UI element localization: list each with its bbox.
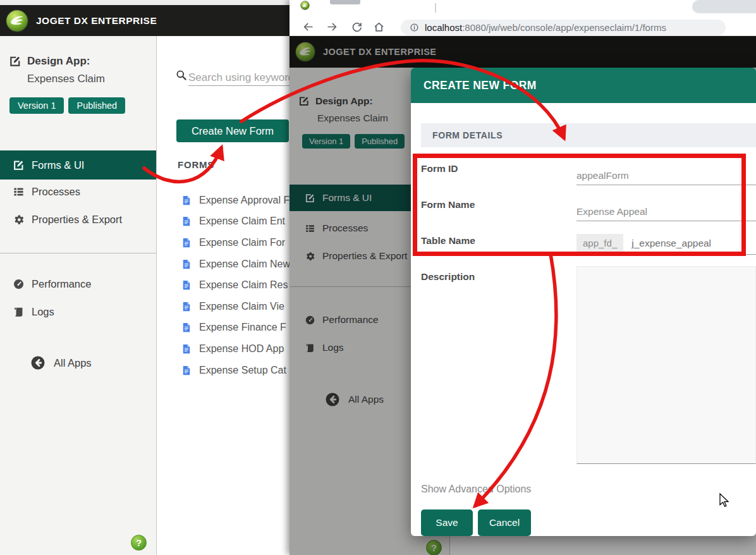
list-item-form[interactable]: Expense Approval F bbox=[181, 190, 290, 211]
list-item-form[interactable]: Expense Claim Vie bbox=[181, 296, 290, 317]
url-text: localhost:8080/jw/web/console/app/expens… bbox=[425, 22, 666, 33]
table-name-prefix: app_fd_ bbox=[576, 234, 623, 252]
document-icon bbox=[181, 365, 192, 376]
sidebar-item-properties-export[interactable]: Properties & Export bbox=[0, 205, 156, 234]
published-badge: Published bbox=[68, 97, 125, 114]
form-name-input[interactable] bbox=[576, 196, 756, 221]
joget-logo-icon bbox=[5, 9, 29, 33]
table-name-label: Table Name bbox=[421, 235, 475, 247]
edit-icon bbox=[13, 159, 25, 171]
badge-row: Version 1 Published bbox=[9, 97, 125, 114]
form-name-label: Expense Claim Vie bbox=[199, 301, 284, 312]
sidebar-item-label: Performance bbox=[32, 278, 91, 290]
edit-icon bbox=[9, 55, 21, 68]
document-icon bbox=[181, 343, 192, 355]
form-name-label: Expense Claim Ent bbox=[199, 216, 285, 227]
document-icon bbox=[181, 237, 192, 248]
form-name-label: Expense HOD App bbox=[199, 343, 284, 355]
form-id-input[interactable] bbox=[576, 160, 756, 185]
list-item-form[interactable]: Expense Claim Res bbox=[181, 274, 290, 296]
list-item-form[interactable]: Expense Claim New bbox=[181, 253, 290, 275]
form-name-label: Expense Claim New bbox=[199, 259, 290, 270]
form-name-label: Expense Setup Cat bbox=[199, 365, 286, 376]
list-item-form[interactable]: Expense HOD App bbox=[181, 338, 290, 360]
create-new-form-button[interactable]: Create New Form bbox=[176, 119, 289, 142]
description-label: Description bbox=[421, 271, 475, 283]
sidebar: Design App: Expenses Claim Version 1 Pub… bbox=[0, 36, 157, 555]
list-item-form[interactable]: Expense Finance F bbox=[181, 317, 290, 339]
design-app-label: Design App: bbox=[27, 55, 90, 68]
arrow-left-circle-icon bbox=[30, 355, 46, 370]
form-id-label: Form ID bbox=[421, 163, 458, 174]
design-app-row: Design App: bbox=[9, 55, 90, 68]
sidebar-item-label: Forms & UI bbox=[32, 159, 84, 171]
document-icon bbox=[181, 259, 192, 270]
form-details-section-bar: FORM DETAILS bbox=[421, 123, 756, 147]
sidebar-item-performance[interactable]: Performance bbox=[0, 269, 156, 298]
list-item-form[interactable]: Expense Claim For bbox=[181, 232, 290, 253]
forms-list: Expense Approval F Expense Claim Ent Exp… bbox=[181, 190, 290, 381]
sidebar-item-logs[interactable]: Logs bbox=[0, 297, 156, 326]
url-host: localhost bbox=[425, 22, 462, 33]
back-icon[interactable] bbox=[302, 21, 314, 33]
list-item-form[interactable]: Expense Setup Cat bbox=[181, 360, 290, 381]
list-icon bbox=[13, 186, 25, 198]
app-header: JOGET DX ENTERPRISE bbox=[0, 5, 290, 36]
table-name-value: j_expense_appeal bbox=[631, 238, 711, 249]
tab-favicon-icon bbox=[300, 1, 310, 10]
show-advanced-options-link[interactable]: Show Advanced Options bbox=[421, 484, 531, 495]
sidebar-item-label: Properties & Export bbox=[32, 214, 122, 226]
sidebar-item-label: Processes bbox=[32, 186, 80, 198]
dialog-title: CREATE NEW FORM bbox=[424, 79, 537, 92]
list-item-form[interactable]: Expense Claim Ent bbox=[181, 211, 290, 233]
gauge-icon bbox=[13, 278, 25, 290]
sidebar-divider bbox=[0, 253, 156, 253]
form-name-label: Form Name bbox=[421, 199, 475, 210]
gear-icon bbox=[13, 214, 25, 226]
document-icon bbox=[181, 279, 192, 291]
table-name-input[interactable]: app_fd_ j_expense_appeal bbox=[576, 232, 756, 255]
search-input[interactable] bbox=[188, 70, 290, 86]
form-name-label: Expense Finance F bbox=[199, 322, 286, 333]
reload-icon[interactable] bbox=[351, 21, 363, 33]
description-textarea[interactable] bbox=[576, 266, 756, 464]
search-icon bbox=[175, 69, 187, 81]
browser-tab-strip bbox=[290, 0, 756, 18]
document-icon bbox=[181, 301, 192, 312]
form-name-label: Expense Approval F bbox=[199, 195, 290, 206]
sidebar-item-forms-ui[interactable]: Forms & UI bbox=[0, 150, 156, 180]
browser-toolbar: localhost:8080/jw/web/console/app/expens… bbox=[290, 18, 756, 36]
tab-separator bbox=[435, 3, 436, 13]
app-title: JOGET DX ENTERPRISE bbox=[36, 15, 157, 27]
tab-strip-right-shape[interactable] bbox=[692, 0, 756, 13]
document-icon bbox=[181, 322, 192, 333]
dialog-header: CREATE NEW FORM bbox=[411, 68, 756, 103]
cancel-button[interactable]: Cancel bbox=[478, 509, 531, 536]
address-bar[interactable]: localhost:8080/jw/web/console/app/expens… bbox=[401, 20, 726, 35]
form-details-title: FORM DETAILS bbox=[432, 130, 503, 140]
help-button[interactable]: ? bbox=[131, 535, 147, 551]
tab-title-remnant bbox=[330, 0, 360, 4]
document-icon bbox=[181, 195, 192, 206]
create-new-form-dialog: CREATE NEW FORM FORM DETAILS Form ID For… bbox=[411, 68, 756, 536]
all-apps-link[interactable]: All Apps bbox=[30, 355, 92, 370]
window-app-designer-back: JOGET DX ENTERPRISE Design App: Expenses… bbox=[0, 0, 290, 555]
logs-icon bbox=[13, 306, 25, 318]
url-path: :8080/jw/web/console/app/expenseclaim/1/… bbox=[462, 22, 666, 33]
sidebar-item-processes[interactable]: Processes bbox=[0, 177, 156, 206]
form-name-label: Expense Claim For bbox=[199, 237, 285, 248]
window-top-strip bbox=[0, 0, 290, 5]
app-name: Expenses Claim bbox=[27, 73, 105, 85]
save-button[interactable]: Save bbox=[421, 509, 473, 536]
all-apps-label: All Apps bbox=[54, 357, 92, 369]
forms-section-title: FORMS bbox=[178, 159, 214, 170]
form-name-label: Expense Claim Res bbox=[199, 279, 288, 291]
document-icon bbox=[181, 216, 192, 227]
forward-icon[interactable] bbox=[326, 21, 338, 33]
sidebar-item-label: Logs bbox=[32, 306, 54, 318]
version-badge: Version 1 bbox=[9, 97, 64, 114]
info-icon[interactable] bbox=[410, 23, 419, 32]
home-icon[interactable] bbox=[373, 21, 385, 33]
